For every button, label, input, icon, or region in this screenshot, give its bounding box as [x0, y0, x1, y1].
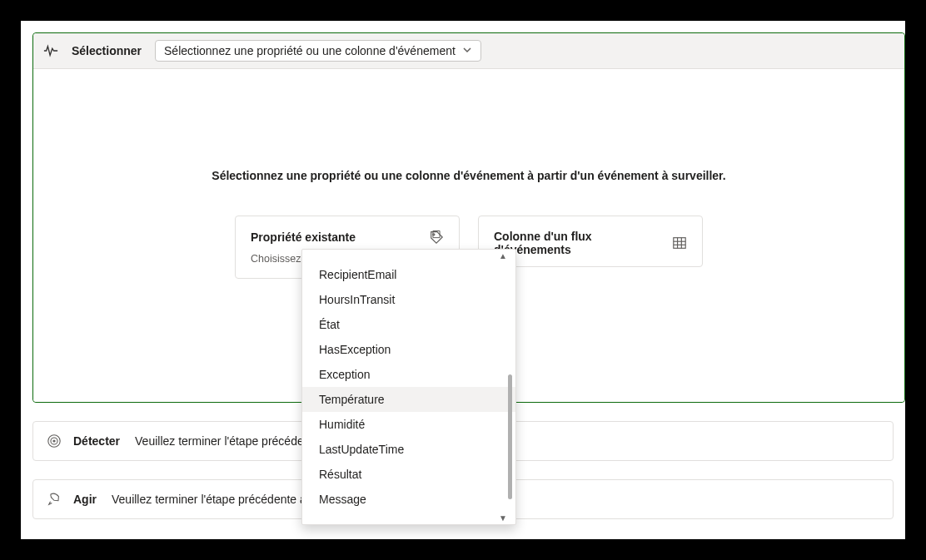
rocket-icon	[47, 492, 62, 507]
dropdown-item[interactable]: HasException	[302, 337, 515, 362]
dropdown-scrollbar[interactable]	[508, 374, 512, 499]
act-step-title: Agir	[73, 493, 97, 506]
dropdown-scroll-up[interactable]: ▲	[302, 250, 515, 260]
select-step-panel: Sélectionner Sélectionnez une propriété …	[32, 32, 905, 403]
target-icon	[47, 434, 62, 448]
dropdown-item[interactable]: Résultat	[302, 462, 515, 487]
property-selector-placeholder: Sélectionnez une propriété ou une colonn…	[164, 44, 456, 57]
existing-property-title: Propriété existante	[251, 230, 356, 244]
dropdown-item[interactable]: Température	[302, 387, 515, 412]
select-instruction: Sélectionnez une propriété ou une colonn…	[58, 169, 879, 182]
dropdown-item[interactable]: LastUpdateTime	[302, 437, 515, 462]
dropdown-item[interactable]: Humidité	[302, 412, 515, 437]
dropdown-item[interactable]: État	[302, 312, 515, 337]
property-selector-dropdown[interactable]: Sélectionnez une propriété ou une colonn…	[155, 40, 481, 62]
svg-point-0	[433, 234, 435, 235]
dropdown-item[interactable]: Exception	[302, 362, 515, 387]
select-step-body: Sélectionnez une propriété ou une colonn…	[33, 69, 904, 402]
detect-step-title: Détecter	[73, 434, 120, 448]
dropdown-item[interactable]: HoursInTransit	[302, 287, 515, 312]
stream-column-dropdown: ▲ RecipientEmailHoursInTransitÉtatHasExc…	[301, 249, 516, 525]
svg-rect-1	[674, 238, 685, 249]
dropdown-item[interactable]: RecipientEmail	[302, 262, 515, 287]
waveform-icon	[43, 43, 58, 58]
tag-icon	[429, 230, 444, 245]
dropdown-item[interactable]: Message	[302, 487, 515, 512]
select-step-header: Sélectionner Sélectionnez une propriété …	[33, 33, 904, 69]
event-stream-title: Colonne d'un flux d'événements	[494, 230, 672, 256]
table-icon	[672, 235, 687, 250]
chevron-down-icon	[462, 44, 472, 57]
svg-point-8	[53, 440, 55, 442]
select-step-title: Sélectionner	[72, 44, 142, 57]
dropdown-list: RecipientEmailHoursInTransitÉtatHasExcep…	[302, 260, 515, 513]
dropdown-scroll-down[interactable]: ▼	[302, 513, 515, 524]
